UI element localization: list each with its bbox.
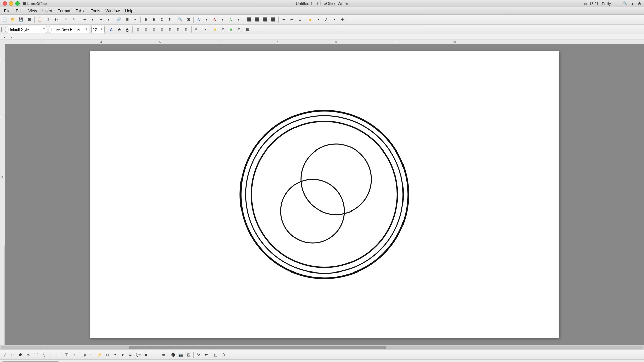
- draw-points-button[interactable]: ⊹: [152, 351, 159, 359]
- draw-arrow-button[interactable]: →: [48, 351, 55, 359]
- maximize-button[interactable]: [15, 1, 20, 6]
- font-size-dropdown[interactable]: 12 ▼: [91, 26, 105, 33]
- draw-polygon-button[interactable]: ⬟: [17, 351, 24, 359]
- indent-more-button[interactable]: ⇥: [280, 16, 287, 23]
- col-l-button[interactable]: ▥: [166, 26, 174, 33]
- close-button[interactable]: [3, 1, 7, 6]
- redo-dropdown[interactable]: ▾: [105, 16, 112, 23]
- draw-flowchart-button[interactable]: ⬙: [127, 351, 134, 359]
- draw-callouts-button[interactable]: 💬: [135, 351, 142, 359]
- font-highlight-dropdown[interactable]: ▾: [235, 26, 243, 33]
- draw-3d-toggle-button[interactable]: ⬡: [220, 351, 227, 359]
- color2-button[interactable]: A: [211, 16, 218, 23]
- menu-table[interactable]: Table: [73, 8, 88, 14]
- draw-from-file-button[interactable]: 📷: [177, 351, 184, 359]
- draw-flip-button[interactable]: ⇌: [202, 351, 210, 359]
- menu-window[interactable]: Window: [103, 8, 123, 14]
- show-changes-button[interactable]: ±: [131, 16, 139, 23]
- highlight-dropdown[interactable]: ▾: [315, 16, 322, 23]
- color2-dropdown[interactable]: ▾: [219, 16, 226, 23]
- horizontal-scrollbar[interactable]: [0, 345, 644, 350]
- color1-button[interactable]: A: [195, 16, 202, 23]
- align-c-button[interactable]: ▤: [142, 26, 150, 33]
- drawing-svg[interactable]: [237, 107, 412, 282]
- highlight-button[interactable]: ■: [307, 16, 314, 23]
- draw-rect-button[interactable]: □: [9, 351, 16, 359]
- align-l-button[interactable]: ▤: [134, 26, 142, 33]
- draw-block-arrows-button[interactable]: ➤: [119, 351, 126, 359]
- increase-indent-button[interactable]: ⇥: [201, 26, 208, 33]
- draw-rotate-button[interactable]: ↻: [195, 351, 202, 359]
- align-j-button[interactable]: ▤: [158, 26, 166, 33]
- paragraph-style-dropdown[interactable]: Default Style ▼: [7, 26, 47, 33]
- draw-symbol-shapes-button[interactable]: ✦: [111, 351, 119, 359]
- zoom-out-button[interactable]: ⊠: [184, 16, 192, 23]
- spellcheck-button[interactable]: ✓: [62, 16, 70, 23]
- draw-line-button[interactable]: ╲: [40, 351, 47, 359]
- font-name-dropdown[interactable]: Times New Roma ▼: [49, 26, 89, 33]
- nav-back-button[interactable]: ‹: [2, 34, 7, 40]
- find-button[interactable]: ⊖: [150, 16, 157, 23]
- menu-insert[interactable]: Insert: [40, 8, 55, 14]
- new-button[interactable]: 📄: [1, 16, 9, 23]
- nonprint-chars-button[interactable]: ¶: [166, 16, 173, 23]
- extra-fmt-button[interactable]: ⊞: [244, 26, 251, 33]
- draw-connector-button[interactable]: ⌒: [32, 351, 40, 359]
- font-highlight-button[interactable]: ■: [227, 26, 235, 33]
- nav-forward-button[interactable]: ›: [9, 34, 14, 40]
- table-button[interactable]: ⊞: [123, 16, 131, 23]
- canvas-area[interactable]: [5, 44, 644, 345]
- menu-format[interactable]: Format: [55, 8, 73, 14]
- draw-gluepoint-button[interactable]: ⊕: [160, 351, 167, 359]
- find-prev-button[interactable]: ◂: [67, 361, 74, 362]
- strikethrough-button[interactable]: A̶: [116, 26, 123, 33]
- undo-button[interactable]: ↩: [81, 16, 88, 23]
- hscroll-thumb[interactable]: [129, 346, 386, 349]
- draw-basic-shapes-button[interactable]: ◻: [104, 351, 111, 359]
- print-preview-button[interactable]: 👁: [52, 16, 59, 23]
- align-r-button[interactable]: ▤: [150, 26, 158, 33]
- draw-shadow-button[interactable]: ◳: [212, 351, 219, 359]
- indent-less-button[interactable]: ⇤: [288, 16, 296, 23]
- redo-button[interactable]: ↪: [97, 16, 104, 23]
- menu-edit[interactable]: Edit: [13, 8, 25, 14]
- open-button[interactable]: 📂: [9, 16, 17, 23]
- align-left-button[interactable]: ⬛: [246, 16, 253, 23]
- navigator-button[interactable]: ⊕: [142, 16, 149, 23]
- draw-text-button[interactable]: T: [55, 351, 63, 359]
- draw-callout-button[interactable]: 𝕋: [63, 351, 70, 359]
- align-right-button[interactable]: ⬛: [262, 16, 269, 23]
- hyperlink-button[interactable]: 🔗: [115, 16, 123, 23]
- col-r-button[interactable]: ▥: [174, 26, 182, 33]
- font-color-a-button[interactable]: A: [108, 26, 115, 33]
- draw-circle-button[interactable]: ○: [71, 351, 78, 359]
- draw-fontwork-button[interactable]: 🅕: [169, 351, 177, 359]
- autocorrect-button[interactable]: ✎: [70, 16, 78, 23]
- datasources-button[interactable]: ⊗: [158, 16, 165, 23]
- draw-curve-button[interactable]: ∿: [24, 351, 32, 359]
- font-color-button[interactable]: A: [323, 16, 330, 23]
- zoom-in-button[interactable]: 🔍: [176, 16, 184, 23]
- export-pdf-button[interactable]: 📋: [36, 16, 43, 23]
- bullet-list-button[interactable]: ≡: [296, 16, 304, 23]
- draw-select-button[interactable]: ╱: [1, 351, 9, 359]
- draw-stars-button[interactable]: ★: [142, 351, 150, 359]
- color3-dropdown[interactable]: ▾: [235, 16, 243, 23]
- draw-3d-button[interactable]: ◎: [80, 351, 88, 359]
- draw-curve2-button[interactable]: ◠: [88, 351, 96, 359]
- menu-view[interactable]: View: [25, 8, 40, 14]
- color1-dropdown[interactable]: ▾: [203, 16, 210, 23]
- hscroll-track[interactable]: [1, 346, 643, 349]
- font-color-dropdown[interactable]: ▾: [331, 16, 338, 23]
- minimize-button[interactable]: [9, 1, 13, 6]
- color3-button[interactable]: A: [227, 16, 234, 23]
- print-button[interactable]: 🖨: [44, 16, 51, 23]
- find-next-button[interactable]: ▸: [76, 361, 83, 362]
- draw-lines-button[interactable]: ⚡: [96, 351, 103, 359]
- underline-button[interactable]: A̲: [124, 26, 131, 33]
- justify-button[interactable]: ⬛: [270, 16, 277, 23]
- bg-color-button[interactable]: ■: [211, 26, 219, 33]
- draw-from-gallery-button[interactable]: 🖼: [185, 351, 192, 359]
- menu-file[interactable]: File: [1, 8, 13, 14]
- align-center-button[interactable]: ⬛: [254, 16, 261, 23]
